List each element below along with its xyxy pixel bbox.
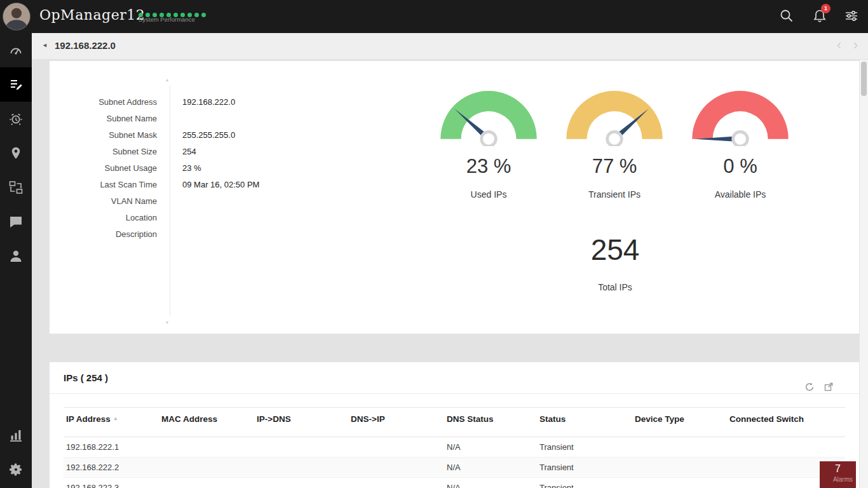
sidebar-item-virtualization[interactable] [0,170,32,205]
detail-row: VLAN Name [50,193,259,210]
ips-panel-title: IPs ( 254 ) [64,372,108,383]
cell-status: Transient [537,478,632,488]
total-ips: 254 Total IPs [489,231,741,292]
chat-bubble-icon [8,214,24,229]
sidebar-item-reports-chart[interactable] [0,418,32,452]
cell-device-type [632,478,727,488]
cell-dns-ip [348,437,444,458]
inventory-list-icon [8,77,24,92]
user-icon [8,248,24,264]
col-header-mac-address[interactable]: MAC Address [159,408,254,437]
detail-value: 192.168.222.0 [182,94,235,111]
sidebar-item-dashboard-gauge[interactable] [0,33,32,67]
gauge-value: 23 % [466,155,512,178]
cell-dns-ip [348,458,444,478]
gauge-available-ips: 0 %Available IPs [677,79,803,200]
reports-chart-icon [8,428,24,443]
col-header-status[interactable]: Status [537,408,632,437]
sort-asc-icon[interactable]: ▴ [114,416,117,421]
detail-row: Subnet Usage23 % [50,160,259,177]
ip-row[interactable]: 192.168.222.1N/ATransient [64,437,845,458]
cell-connected-switch [727,437,845,458]
top-bar: OpManager12 System Performance 1 [0,0,868,33]
breadcrumb-current: 192.168.222.0 [55,40,116,51]
status-dots [139,8,208,14]
detail-label: Last Scan Time [50,177,157,193]
gauge-value: 0 % [723,155,757,178]
detail-row: Location [50,210,259,226]
detail-row: Subnet Mask255.255.255.0 [50,127,259,144]
total-ips-label: Total IPs [489,282,741,292]
back-arrow-icon[interactable]: ◄ [42,42,48,48]
vertical-scrollbar[interactable] [859,60,868,488]
detail-label: Subnet Size [50,144,157,160]
scroll-up-icon: ▴ [166,78,168,83]
user-avatar[interactable] [3,3,31,30]
detail-value: 254 [182,144,196,160]
alarms-badge[interactable]: 7 Alarms [820,461,856,488]
col-header-connected-switch[interactable]: Connected Switch [727,408,845,437]
prev-page-icon[interactable]: ‹ [837,37,841,53]
notifications-bell-icon[interactable]: 1 [812,8,829,25]
sidebar-item-chat-bubble[interactable] [0,205,32,239]
avatar-photo [3,3,30,30]
detail-label: Location [50,210,157,226]
cell-mac-address [159,458,254,478]
sidebar-item-location-pin[interactable] [0,136,32,170]
gauge-transient-ips: 77 %Transient IPs [552,79,677,200]
location-pin-icon [8,146,24,161]
notification-badge: 1 [821,4,831,13]
cell-dns-status: N/A [444,437,537,458]
subnet-details: Subnet Address192.168.222.0Subnet NameSu… [50,94,259,243]
cell-status: Transient [537,458,632,478]
cell-device-type [632,458,727,478]
detail-label: Description [50,226,157,243]
sidebar-item-alarms-clock[interactable] [0,102,32,136]
popout-icon[interactable] [824,373,834,383]
detail-row: Last Scan Time09 Mar 16, 02:50 PM [50,177,259,193]
col-header-ip-dns[interactable]: IP->DNS [254,408,348,437]
dashboard-gauge-icon [8,43,24,58]
detail-row: Subnet Address192.168.222.0 [50,94,259,111]
cell-ip-dns [254,458,348,478]
ips-table-header-row: IP Address▴MAC AddressIP->DNSDNS->IPDNS … [64,408,845,437]
system-performance-indicator: System Performance [139,8,208,23]
detail-value: 255.255.255.0 [182,127,235,144]
detail-label: Subnet Address [50,94,157,111]
sidebar-item-inventory-list[interactable] [0,67,32,102]
cell-ip-address: 192.168.222.1 [64,437,159,458]
scrollbar-thumb[interactable] [861,62,867,96]
sidebar-item-settings-gear[interactable] [0,452,32,487]
sidebar-item-user[interactable] [0,239,32,273]
detail-label: Subnet Mask [50,127,157,144]
ips-card: IPs ( 254 ) IP Address▴MAC AddressIP->DN… [50,362,859,488]
ip-row[interactable]: 192.168.222.3N/ATransient [64,478,845,488]
detail-row: Subnet Size254 [50,144,259,160]
col-header-dns-ip[interactable]: DNS->IP [348,408,444,437]
detail-label: Subnet Usage [50,160,157,177]
ip-row[interactable]: 192.168.222.2N/ATransient [64,458,845,478]
gauge-value: 77 % [592,155,637,178]
gauge-arc [680,79,801,146]
cell-ip-dns [254,478,348,488]
cell-mac-address [159,437,254,458]
cell-device-type [632,437,727,458]
col-header-dns-status[interactable]: DNS Status [444,408,537,437]
detail-value: 23 % [182,160,201,177]
col-header-ip-address[interactable]: IP Address▴ [64,408,159,437]
detail-value: 09 Mar 16, 02:50 PM [182,177,259,193]
next-page-icon[interactable]: › [853,37,858,53]
breadcrumb-bar: ◄ 192.168.222.0 ‹ › [32,33,868,60]
search-icon[interactable] [779,8,796,25]
col-header-device-type[interactable]: Device Type [632,408,727,437]
status-label: System Performance [139,16,208,23]
gauge-used-ips: 23 %Used IPs [426,79,552,200]
gauge-label: Used IPs [471,189,507,200]
alarms-count: 7 [820,463,856,475]
cell-dns-ip [348,478,444,488]
cell-ip-dns [254,437,348,458]
status-dot [194,13,199,17]
refresh-icon[interactable] [804,373,815,383]
cell-dns-status: N/A [444,478,537,488]
settings-sliders-icon[interactable] [844,8,860,25]
